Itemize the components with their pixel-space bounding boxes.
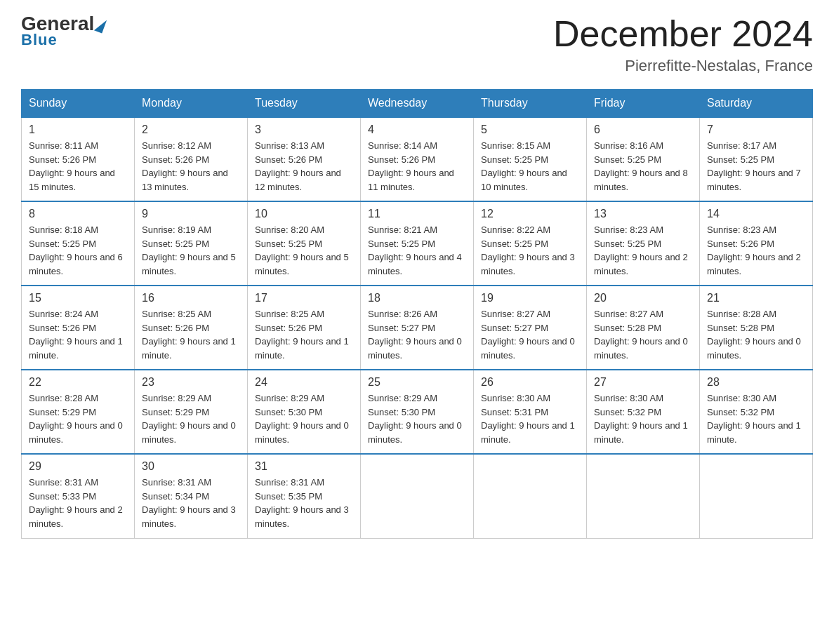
day-number: 27 — [594, 376, 692, 389]
day-info: Sunrise: 8:30 AMSunset: 5:32 PMDaylight:… — [707, 391, 805, 446]
day-info: Sunrise: 8:13 AMSunset: 5:26 PMDaylight:… — [255, 139, 353, 194]
day-number: 31 — [255, 460, 353, 473]
header-day-thursday: Thursday — [474, 90, 587, 118]
calendar-cell: 26Sunrise: 8:30 AMSunset: 5:31 PMDayligh… — [474, 370, 587, 454]
day-number: 16 — [142, 292, 240, 304]
day-info: Sunrise: 8:26 AMSunset: 5:27 PMDaylight:… — [368, 307, 466, 362]
calendar-cell — [474, 454, 587, 538]
day-info: Sunrise: 8:19 AMSunset: 5:25 PMDaylight:… — [142, 223, 240, 278]
day-info: Sunrise: 8:31 AMSunset: 5:35 PMDaylight:… — [255, 476, 353, 530]
header-day-saturday: Saturday — [700, 90, 813, 118]
calendar-cell — [587, 454, 700, 538]
calendar-week-4: 22Sunrise: 8:28 AMSunset: 5:29 PMDayligh… — [22, 370, 813, 454]
day-info: Sunrise: 8:27 AMSunset: 5:28 PMDaylight:… — [594, 307, 692, 362]
calendar-cell: 18Sunrise: 8:26 AMSunset: 5:27 PMDayligh… — [361, 286, 474, 370]
calendar-cell: 9Sunrise: 8:19 AMSunset: 5:25 PMDaylight… — [135, 201, 248, 286]
day-info: Sunrise: 8:14 AMSunset: 5:26 PMDaylight:… — [368, 139, 466, 194]
day-number: 28 — [707, 376, 805, 389]
day-info: Sunrise: 8:30 AMSunset: 5:31 PMDaylight:… — [481, 391, 579, 446]
day-number: 21 — [707, 292, 805, 304]
day-info: Sunrise: 8:20 AMSunset: 5:25 PMDaylight:… — [255, 223, 353, 278]
day-number: 2 — [142, 123, 240, 136]
day-info: Sunrise: 8:29 AMSunset: 5:29 PMDaylight:… — [142, 391, 240, 446]
calendar-cell: 25Sunrise: 8:29 AMSunset: 5:30 PMDayligh… — [361, 370, 474, 454]
day-number: 24 — [255, 376, 353, 389]
header-day-sunday: Sunday — [22, 90, 135, 118]
calendar-cell — [361, 454, 474, 538]
calendar-cell: 5Sunrise: 8:15 AMSunset: 5:25 PMDaylight… — [474, 117, 587, 201]
day-info: Sunrise: 8:28 AMSunset: 5:29 PMDaylight:… — [29, 391, 127, 446]
day-number: 12 — [481, 208, 579, 220]
day-number: 1 — [29, 123, 127, 136]
calendar-header: SundayMondayTuesdayWednesdayThursdayFrid… — [22, 90, 813, 118]
day-info: Sunrise: 8:22 AMSunset: 5:25 PMDaylight:… — [481, 223, 579, 278]
day-number: 5 — [481, 123, 579, 136]
day-number: 18 — [368, 292, 466, 304]
calendar-cell: 27Sunrise: 8:30 AMSunset: 5:32 PMDayligh… — [587, 370, 700, 454]
logo-blue: Blue — [21, 31, 58, 49]
calendar-cell: 10Sunrise: 8:20 AMSunset: 5:25 PMDayligh… — [248, 201, 361, 286]
calendar-cell: 28Sunrise: 8:30 AMSunset: 5:32 PMDayligh… — [700, 370, 813, 454]
day-number: 29 — [29, 460, 127, 473]
header-day-monday: Monday — [135, 90, 248, 118]
calendar-cell: 3Sunrise: 8:13 AMSunset: 5:26 PMDaylight… — [248, 117, 361, 201]
calendar-cell: 15Sunrise: 8:24 AMSunset: 5:26 PMDayligh… — [22, 286, 135, 370]
day-info: Sunrise: 8:29 AMSunset: 5:30 PMDaylight:… — [255, 391, 353, 446]
calendar-week-2: 8Sunrise: 8:18 AMSunset: 5:25 PMDaylight… — [22, 201, 813, 286]
calendar-cell: 1Sunrise: 8:11 AMSunset: 5:26 PMDaylight… — [22, 117, 135, 201]
calendar-cell: 30Sunrise: 8:31 AMSunset: 5:34 PMDayligh… — [135, 454, 248, 538]
calendar-cell: 12Sunrise: 8:22 AMSunset: 5:25 PMDayligh… — [474, 201, 587, 286]
calendar-cell: 16Sunrise: 8:25 AMSunset: 5:26 PMDayligh… — [135, 286, 248, 370]
month-title: December 2024 — [553, 14, 813, 54]
day-info: Sunrise: 8:30 AMSunset: 5:32 PMDaylight:… — [594, 391, 692, 446]
day-number: 14 — [707, 208, 805, 220]
day-number: 22 — [29, 376, 127, 389]
day-number: 23 — [142, 376, 240, 389]
calendar-week-1: 1Sunrise: 8:11 AMSunset: 5:26 PMDaylight… — [22, 117, 813, 201]
calendar-cell: 14Sunrise: 8:23 AMSunset: 5:26 PMDayligh… — [700, 201, 813, 286]
header-row: SundayMondayTuesdayWednesdayThursdayFrid… — [22, 90, 813, 118]
header-day-friday: Friday — [587, 90, 700, 118]
calendar-cell: 21Sunrise: 8:28 AMSunset: 5:28 PMDayligh… — [700, 286, 813, 370]
day-info: Sunrise: 8:25 AMSunset: 5:26 PMDaylight:… — [142, 307, 240, 362]
day-info: Sunrise: 8:18 AMSunset: 5:25 PMDaylight:… — [29, 223, 127, 278]
day-info: Sunrise: 8:24 AMSunset: 5:26 PMDaylight:… — [29, 307, 127, 362]
day-info: Sunrise: 8:25 AMSunset: 5:26 PMDaylight:… — [255, 307, 353, 362]
day-info: Sunrise: 8:27 AMSunset: 5:27 PMDaylight:… — [481, 307, 579, 362]
day-number: 30 — [142, 460, 240, 473]
day-info: Sunrise: 8:21 AMSunset: 5:25 PMDaylight:… — [368, 223, 466, 278]
day-number: 13 — [594, 208, 692, 220]
day-info: Sunrise: 8:28 AMSunset: 5:28 PMDaylight:… — [707, 307, 805, 362]
calendar-cell: 22Sunrise: 8:28 AMSunset: 5:29 PMDayligh… — [22, 370, 135, 454]
calendar-cell: 13Sunrise: 8:23 AMSunset: 5:25 PMDayligh… — [587, 201, 700, 286]
title-area: December 2024 Pierrefitte-Nestalas, Fran… — [553, 14, 813, 75]
calendar-cell: 19Sunrise: 8:27 AMSunset: 5:27 PMDayligh… — [474, 286, 587, 370]
day-number: 19 — [481, 292, 579, 304]
day-info: Sunrise: 8:23 AMSunset: 5:26 PMDaylight:… — [707, 223, 805, 278]
calendar-cell: 20Sunrise: 8:27 AMSunset: 5:28 PMDayligh… — [587, 286, 700, 370]
day-info: Sunrise: 8:31 AMSunset: 5:34 PMDaylight:… — [142, 476, 240, 530]
calendar-body: 1Sunrise: 8:11 AMSunset: 5:26 PMDaylight… — [22, 117, 813, 538]
location-title: Pierrefitte-Nestalas, France — [553, 57, 813, 75]
calendar-cell: 24Sunrise: 8:29 AMSunset: 5:30 PMDayligh… — [248, 370, 361, 454]
calendar-cell: 7Sunrise: 8:17 AMSunset: 5:25 PMDaylight… — [700, 117, 813, 201]
calendar-cell: 23Sunrise: 8:29 AMSunset: 5:29 PMDayligh… — [135, 370, 248, 454]
day-number: 4 — [368, 123, 466, 136]
day-info: Sunrise: 8:15 AMSunset: 5:25 PMDaylight:… — [481, 139, 579, 194]
day-number: 17 — [255, 292, 353, 304]
calendar-week-3: 15Sunrise: 8:24 AMSunset: 5:26 PMDayligh… — [22, 286, 813, 370]
day-number: 26 — [481, 376, 579, 389]
day-number: 9 — [142, 208, 240, 220]
day-number: 7 — [707, 123, 805, 136]
day-info: Sunrise: 8:31 AMSunset: 5:33 PMDaylight:… — [29, 476, 127, 530]
header: General Blue December 2024 Pierrefitte-N… — [21, 14, 813, 75]
calendar-table: SundayMondayTuesdayWednesdayThursdayFrid… — [21, 89, 813, 539]
day-number: 11 — [368, 208, 466, 220]
day-number: 6 — [594, 123, 692, 136]
header-day-tuesday: Tuesday — [248, 90, 361, 118]
header-day-wednesday: Wednesday — [361, 90, 474, 118]
calendar-cell: 17Sunrise: 8:25 AMSunset: 5:26 PMDayligh… — [248, 286, 361, 370]
calendar-cell — [700, 454, 813, 538]
day-info: Sunrise: 8:16 AMSunset: 5:25 PMDaylight:… — [594, 139, 692, 194]
day-number: 3 — [255, 123, 353, 136]
